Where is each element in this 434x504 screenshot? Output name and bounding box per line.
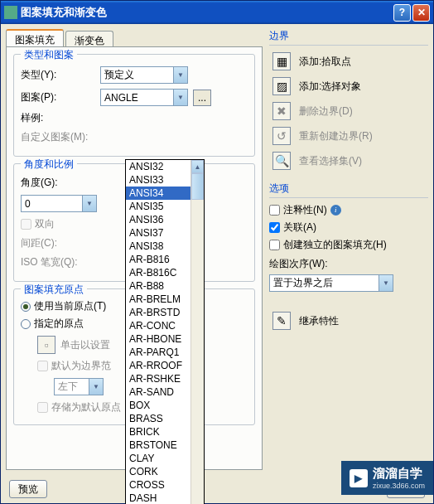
chevron-down-icon: [82, 196, 96, 211]
dropdown-item[interactable]: BRSTONE: [126, 439, 190, 452]
view-set-icon: 🔍: [272, 152, 291, 170]
dropdown-item[interactable]: ANSI34: [126, 187, 190, 200]
select-lower-left-value: 左下: [58, 380, 78, 394]
click-set-icon: ▫: [37, 336, 55, 354]
label-draw-order: 绘图次序(W):: [269, 257, 428, 271]
dropdown-item[interactable]: CLAY: [126, 452, 190, 465]
title-boundary: 边界: [269, 29, 428, 46]
dropdown-item[interactable]: ANSI35: [126, 200, 190, 213]
dropdown-item[interactable]: AR-SAND: [126, 385, 190, 399]
dropdown-item[interactable]: AR-B816: [126, 253, 190, 266]
help-button[interactable]: ?: [393, 4, 411, 22]
select-pattern[interactable]: ANGLE: [100, 89, 188, 106]
dropdown-item[interactable]: ANSI36: [126, 213, 190, 226]
label-iso-pen: ISO 笔宽(Q):: [21, 255, 95, 269]
radio-empty-icon: [21, 319, 31, 329]
title-options: 选项: [269, 182, 428, 198]
label-sample: 样例:: [21, 111, 95, 125]
dropdown-item[interactable]: CROSS: [126, 478, 190, 492]
window-title: 图案填充和渐变色: [21, 5, 392, 20]
tab-hatch[interactable]: 图案填充: [6, 29, 64, 46]
label-delete: 删除边界(D): [299, 104, 353, 119]
select-type[interactable]: 预定义: [100, 66, 188, 84]
titlebar[interactable]: 图案填充和渐变色 ? ✕: [1, 1, 433, 24]
label-default-scope: 默认为边界范: [51, 359, 111, 373]
scroll-thumb[interactable]: [191, 173, 204, 200]
dropdown-item[interactable]: ANSI32: [126, 160, 190, 173]
right-panel: 边界 ▦添加:拾取点 ▨添加:选择对象 ✖删除边界(D) ↺重新创建边界(R) …: [269, 29, 428, 470]
select-angle[interactable]: 0: [21, 195, 97, 212]
dropdown-item[interactable]: ANSI38: [126, 240, 190, 253]
legend-origin: 图案填充原点: [21, 283, 87, 297]
select-draw-order[interactable]: 置于边界之后: [269, 274, 393, 292]
pattern-dropdown-list[interactable]: ANSI32ANSI33ANSI34ANSI35ANSI36ANSI37ANSI…: [125, 159, 205, 504]
tab-strip: 图案填充 渐变色: [6, 29, 263, 47]
label-custom-pattern: 自定义图案(M):: [21, 130, 112, 144]
checkbox-double: [21, 219, 31, 230]
dialog-window: 图案填充和渐变色 ? ✕ 图案填充 渐变色 类型和图案 类型(Y): 预定义: [0, 0, 434, 504]
select-lower-left: 左下: [54, 378, 104, 395]
label-recreate: 重新创建边界(R): [299, 129, 373, 143]
label-add-select[interactable]: 添加:选择对象: [299, 80, 361, 94]
checkbox-annotative[interactable]: [269, 205, 280, 216]
close-button[interactable]: ✕: [412, 4, 430, 22]
label-associative: 关联(A): [283, 220, 316, 235]
chevron-down-icon: [89, 379, 103, 395]
label-click-set: 单击以设置: [60, 338, 110, 352]
dropdown-item[interactable]: DASH: [126, 492, 190, 504]
label-view-set: 查看选择集(V): [299, 154, 362, 168]
checkbox-default-scope: [37, 361, 48, 371]
select-type-value: 预定义: [104, 68, 134, 82]
dropdown-item[interactable]: BRICK: [126, 425, 190, 439]
label-pattern: 图案(P):: [21, 90, 95, 104]
dropdown-item[interactable]: ANSI37: [126, 226, 190, 240]
watermark-url: zixue.3d66.com: [373, 482, 425, 490]
dropdown-item[interactable]: AR-HBONE: [126, 332, 190, 346]
scrollbar[interactable]: ▲ ▼: [190, 160, 204, 504]
dropdown-item[interactable]: BRASS: [126, 412, 190, 425]
label-inherit[interactable]: 继承特性: [299, 314, 339, 328]
label-annotative: 注释性(N): [283, 203, 327, 217]
label-spacing: 间距(C):: [21, 236, 95, 250]
dropdown-item[interactable]: CORK: [126, 465, 190, 478]
app-icon: [4, 6, 17, 19]
label-independent: 创建独立的图案填充(H): [283, 238, 387, 252]
dropdown-item[interactable]: AR-BRSTD: [126, 306, 190, 319]
legend-type-pattern: 类型和图案: [21, 48, 77, 62]
legend-angle-scale: 角度和比例: [21, 158, 77, 172]
dropdown-item[interactable]: AR-RSHKE: [126, 372, 190, 385]
dropdown-item[interactable]: AR-RROOF: [126, 359, 190, 372]
label-save-default: 存储为默认原点: [51, 400, 121, 414]
dropdown-item[interactable]: ANSI33: [126, 173, 190, 187]
checkbox-save-default: [37, 402, 48, 413]
preview-button[interactable]: 预览: [9, 480, 47, 498]
dropdown-item[interactable]: AR-CONC: [126, 319, 190, 332]
dialog-body: 图案填充 渐变色 类型和图案 类型(Y): 预定义 图案(P):: [1, 24, 433, 475]
tab-gradient[interactable]: 渐变色: [65, 31, 113, 46]
chevron-down-icon: [173, 90, 187, 105]
watermark-text: 溜溜自学: [373, 466, 425, 482]
checkbox-independent[interactable]: [269, 240, 280, 250]
select-pattern-value: ANGLE: [104, 92, 138, 104]
select-draw-order-value: 置于边界之后: [273, 276, 333, 290]
dropdown-item[interactable]: BOX: [126, 399, 190, 412]
scroll-up-button[interactable]: ▲: [191, 160, 204, 173]
dropdown-item[interactable]: AR-B88: [126, 279, 190, 293]
select-object-icon[interactable]: ▨: [272, 77, 291, 95]
inherit-icon[interactable]: ✎: [272, 312, 291, 330]
label-angle: 角度(G):: [21, 176, 95, 190]
browse-pattern-button[interactable]: ...: [193, 90, 211, 106]
group-type-pattern: 类型和图案 类型(Y): 预定义 图案(P): ANGLE: [13, 54, 255, 157]
label-type: 类型(Y):: [21, 68, 95, 82]
label-add-pick[interactable]: 添加:拾取点: [299, 55, 351, 69]
dropdown-item[interactable]: AR-B816C: [126, 266, 190, 279]
delete-boundary-icon: ✖: [272, 102, 291, 120]
info-icon[interactable]: i: [330, 205, 341, 216]
dropdown-item[interactable]: AR-PARQ1: [126, 346, 190, 359]
play-icon: ▶: [350, 469, 368, 487]
checkbox-associative[interactable]: [269, 222, 280, 233]
pick-point-icon[interactable]: ▦: [272, 52, 291, 70]
label-specified: 指定的原点: [34, 317, 84, 331]
dropdown-item[interactable]: AR-BRELM: [126, 293, 190, 306]
watermark: ▶ 溜溜自学 zixue.3d66.com: [341, 461, 433, 495]
